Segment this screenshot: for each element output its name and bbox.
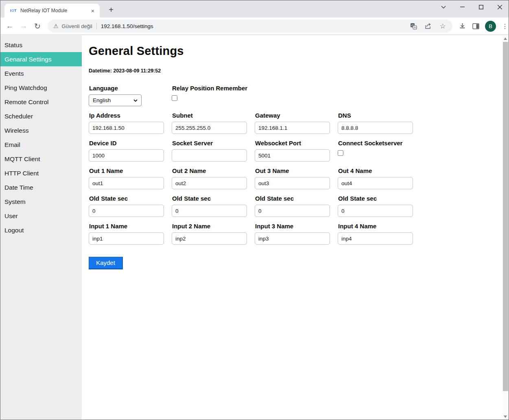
input1-name-input[interactable] bbox=[89, 232, 164, 245]
reload-icon[interactable]: ↻ bbox=[31, 20, 44, 32]
sidebar-item-logout[interactable]: Logout bbox=[0, 223, 82, 237]
field-out2-name: Out 2 Name bbox=[172, 167, 255, 189]
omnibox-divider bbox=[96, 23, 97, 29]
new-tab-button[interactable]: + bbox=[105, 4, 117, 15]
ip-address-label: Ip Address bbox=[89, 112, 172, 119]
window-controls bbox=[438, 1, 505, 13]
url-text[interactable]: 192.168.1.50/settings bbox=[101, 23, 409, 29]
profile-avatar[interactable]: B bbox=[485, 21, 496, 32]
old-state-3-input[interactable] bbox=[255, 205, 330, 217]
side-panel-icon[interactable] bbox=[472, 22, 480, 30]
out3-name-input[interactable] bbox=[255, 177, 330, 189]
chevron-down-icon[interactable] bbox=[438, 2, 449, 12]
sidebar-item-general-settings[interactable]: Genaral Settings bbox=[0, 52, 82, 66]
out4-name-input[interactable] bbox=[338, 177, 413, 189]
old-state-1-label: Old State sec bbox=[89, 195, 172, 202]
subnet-input[interactable] bbox=[172, 122, 247, 134]
scrollbar-thumb[interactable] bbox=[503, 42, 508, 391]
close-button[interactable] bbox=[494, 2, 505, 12]
select-chevron-down-icon bbox=[133, 99, 138, 102]
address-bar[interactable]: ⚠ Güvenli değil 192.168.1.50/settings GA… bbox=[48, 20, 452, 33]
sidebar-nav: Status Genaral Settings Events Ping Watc… bbox=[0, 35, 82, 420]
minimize-button[interactable] bbox=[457, 2, 468, 12]
sidebar-item-system[interactable]: System bbox=[0, 195, 82, 209]
device-id-input[interactable] bbox=[89, 149, 164, 162]
dns-input[interactable] bbox=[338, 122, 413, 134]
out1-name-input[interactable] bbox=[89, 177, 164, 189]
web-page: Status Genaral Settings Events Ping Watc… bbox=[0, 35, 503, 420]
browser-tab[interactable]: IOT NetRelay IOT Module × bbox=[4, 4, 100, 18]
old-state-2-label: Old State sec bbox=[172, 195, 255, 202]
language-select[interactable]: English bbox=[89, 94, 142, 106]
download-icon[interactable] bbox=[458, 22, 466, 30]
datetime-text: Datetime: 2023-08-09 11:29:52 bbox=[89, 68, 503, 74]
sidebar-item-events[interactable]: Events bbox=[0, 66, 82, 81]
sidebar-item-http-client[interactable]: HTTP Client bbox=[0, 166, 82, 180]
browser-toolbar: ← → ↻ ⚠ Güvenli değil 192.168.1.50/setti… bbox=[0, 18, 509, 35]
connect-socketserver-checkbox[interactable] bbox=[338, 150, 343, 156]
page-scrollbar[interactable] bbox=[502, 35, 509, 420]
field-out3-name: Out 3 Name bbox=[255, 167, 338, 189]
browser-menu-icon[interactable]: ⋮ bbox=[501, 22, 509, 30]
field-input2-name: Input 2 Name bbox=[172, 223, 255, 245]
tab-strip: IOT NetRelay IOT Module × + bbox=[0, 0, 509, 18]
save-button[interactable]: Kaydet bbox=[89, 257, 123, 269]
dns-label: DNS bbox=[338, 112, 421, 119]
subnet-label: Subnet bbox=[172, 112, 255, 119]
websocket-port-label: Websocket Port bbox=[255, 140, 338, 147]
field-subnet: Subnet bbox=[172, 112, 255, 134]
sidebar-item-status[interactable]: Status bbox=[0, 38, 82, 52]
old-state-1-input[interactable] bbox=[89, 205, 164, 217]
ip-address-input[interactable] bbox=[89, 122, 164, 134]
field-old-state-3: Old State sec bbox=[255, 195, 338, 217]
settings-form: Language English Relay Position Remember bbox=[89, 85, 503, 269]
bookmark-star-icon[interactable]: ☆ bbox=[439, 22, 447, 30]
connect-socketserver-label: Connect Socketserver bbox=[338, 140, 421, 147]
sidebar-item-remote-control[interactable]: Remote Control bbox=[0, 95, 82, 109]
relay-position-label: Relay Position Remember bbox=[172, 85, 338, 92]
sidebar-item-mqtt-client[interactable]: MQTT Client bbox=[0, 152, 82, 166]
relay-position-checkbox[interactable] bbox=[172, 95, 177, 101]
scrollbar-up-arrow-icon[interactable] bbox=[504, 37, 507, 40]
out3-name-label: Out 3 Name bbox=[255, 167, 338, 174]
field-gateway: Gateway bbox=[255, 112, 338, 134]
main-content: General Settings Datetime: 2023-08-09 11… bbox=[82, 35, 503, 420]
field-input3-name: Input 3 Name bbox=[255, 223, 338, 245]
input3-name-input[interactable] bbox=[255, 232, 330, 245]
sidebar-item-wireless[interactable]: Wireless bbox=[0, 123, 82, 138]
sidebar-item-email[interactable]: Email bbox=[0, 138, 82, 152]
field-socket-server: Socket Server bbox=[172, 140, 255, 162]
field-websocket-port: Websocket Port bbox=[255, 140, 338, 162]
websocket-port-input[interactable] bbox=[255, 149, 330, 162]
maximize-button[interactable] bbox=[475, 2, 487, 12]
toolbar-right: B ⋮ bbox=[458, 21, 509, 32]
forward-icon[interactable]: → bbox=[17, 20, 30, 32]
input3-name-label: Input 3 Name bbox=[255, 223, 338, 230]
field-input4-name: Input 4 Name bbox=[338, 223, 421, 245]
share-icon[interactable] bbox=[424, 22, 432, 30]
gateway-input[interactable] bbox=[255, 122, 330, 134]
field-old-state-1: Old State sec bbox=[89, 195, 172, 217]
old-state-3-label: Old State sec bbox=[255, 195, 338, 202]
scrollbar-down-arrow-icon[interactable] bbox=[504, 416, 507, 418]
sidebar-item-ping-watchdog[interactable]: Ping Watchdog bbox=[0, 81, 82, 95]
translate-icon[interactable]: GA bbox=[409, 22, 417, 30]
field-ip-address: Ip Address bbox=[89, 112, 172, 134]
tab-close-icon[interactable]: × bbox=[89, 7, 96, 14]
device-id-label: Device ID bbox=[89, 140, 172, 147]
input4-name-input[interactable] bbox=[338, 232, 413, 245]
sidebar-item-scheduler[interactable]: Scheduler bbox=[0, 109, 82, 123]
old-state-4-input[interactable] bbox=[338, 205, 413, 217]
back-icon[interactable]: ← bbox=[4, 20, 16, 32]
out2-name-input[interactable] bbox=[172, 177, 247, 189]
field-connect-socketserver: Connect Socketserver bbox=[338, 140, 421, 162]
input2-name-input[interactable] bbox=[172, 232, 247, 245]
gateway-label: Gateway bbox=[255, 112, 338, 119]
sidebar-item-date-time[interactable]: Date Time bbox=[0, 180, 82, 195]
old-state-2-input[interactable] bbox=[172, 205, 247, 217]
field-dns: DNS bbox=[338, 112, 421, 134]
tab-title: NetRelay IOT Module bbox=[20, 8, 89, 13]
socket-server-input[interactable] bbox=[172, 149, 247, 162]
security-label[interactable]: Güvenli değil bbox=[62, 23, 92, 29]
sidebar-item-user[interactable]: User bbox=[0, 209, 82, 223]
